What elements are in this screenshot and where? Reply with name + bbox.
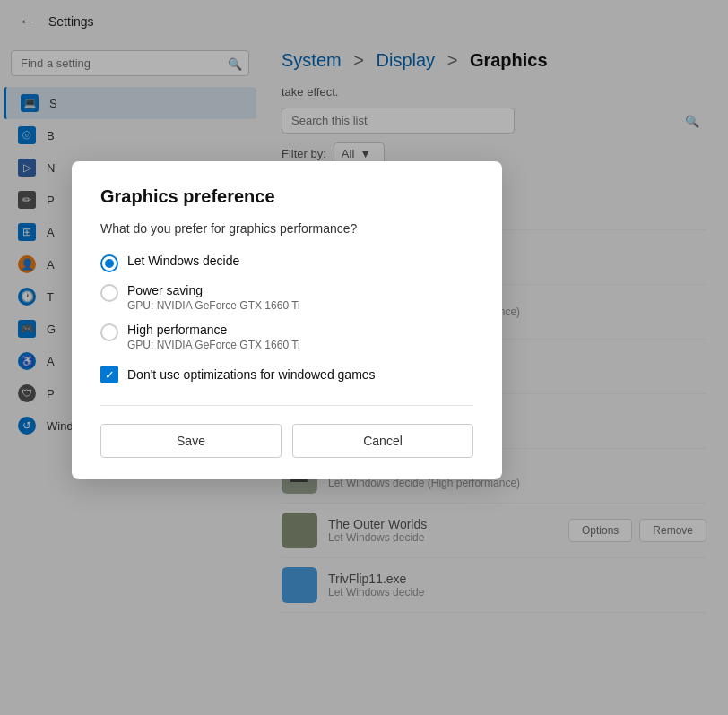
radio-let-windows-input[interactable] bbox=[100, 254, 118, 272]
dialog-buttons: Save Cancel bbox=[100, 424, 473, 458]
radio-power-saving-text: Power saving GPU: NVIDIA GeForce GTX 166… bbox=[127, 283, 300, 312]
settings-window: ← Settings 🔍 💻 S ⦾ B ▷ N bbox=[0, 0, 728, 715]
dialog-question: What do you prefer for graphics performa… bbox=[100, 221, 473, 236]
radio-high-performance-label: High performance bbox=[127, 323, 300, 337]
checkmark-icon: ✓ bbox=[105, 369, 115, 381]
radio-item-high-performance[interactable]: High performance GPU: NVIDIA GeForce GTX… bbox=[100, 323, 473, 351]
radio-item-let-windows[interactable]: Let Windows decide bbox=[100, 254, 473, 272]
dialog-divider bbox=[100, 405, 473, 406]
radio-high-performance-text: High performance GPU: NVIDIA GeForce GTX… bbox=[127, 323, 300, 351]
dialog-title: Graphics preference bbox=[100, 186, 473, 207]
save-button[interactable]: Save bbox=[100, 424, 282, 458]
radio-let-windows-text: Let Windows decide bbox=[127, 254, 239, 268]
radio-high-performance-input[interactable] bbox=[100, 323, 118, 341]
cancel-button[interactable]: Cancel bbox=[292, 424, 473, 458]
checkbox-label-optimizations: Don't use optimizations for windowed gam… bbox=[127, 367, 376, 382]
radio-group: Let Windows decide Power saving GPU: NVI… bbox=[100, 254, 473, 351]
checkbox-item-optimizations[interactable]: ✓ Don't use optimizations for windowed g… bbox=[100, 366, 473, 383]
checkbox-optimizations[interactable]: ✓ bbox=[100, 366, 118, 383]
radio-item-power-saving[interactable]: Power saving GPU: NVIDIA GeForce GTX 166… bbox=[100, 283, 473, 312]
graphics-preference-dialog: Graphics preference What do you prefer f… bbox=[72, 161, 502, 479]
radio-power-saving-label: Power saving bbox=[127, 283, 300, 297]
radio-high-performance-sub: GPU: NVIDIA GeForce GTX 1660 Ti bbox=[127, 339, 300, 351]
modal-overlay: Graphics preference What do you prefer f… bbox=[0, 0, 728, 715]
radio-power-saving-input[interactable] bbox=[100, 284, 118, 302]
radio-let-windows-label: Let Windows decide bbox=[127, 254, 239, 268]
radio-power-saving-sub: GPU: NVIDIA GeForce GTX 1660 Ti bbox=[127, 299, 300, 312]
